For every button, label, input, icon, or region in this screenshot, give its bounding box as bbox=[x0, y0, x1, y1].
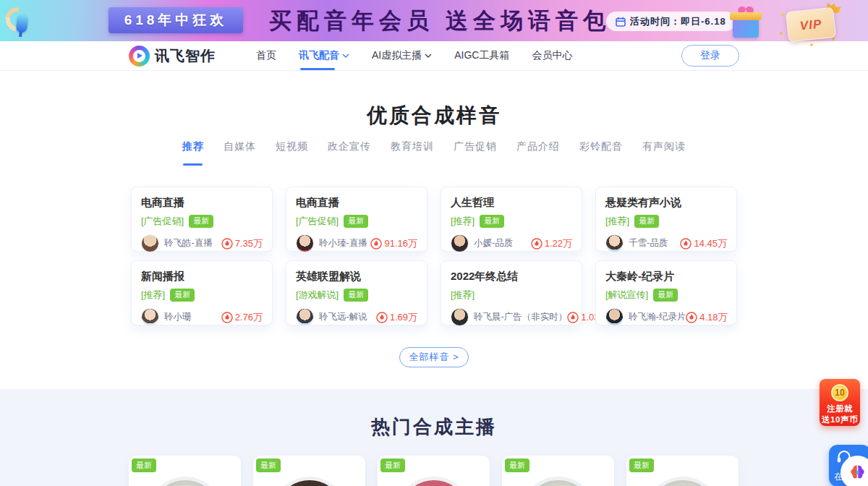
speaker-name: 聆飞晨-广告（非实时） bbox=[474, 311, 567, 323]
fire-icon bbox=[531, 238, 542, 250]
anchor-avatar bbox=[396, 477, 472, 486]
fire-icon bbox=[221, 312, 233, 323]
anchor-card[interactable]: 最新 bbox=[626, 456, 739, 486]
register-gift-float[interactable]: 10 注册就 送10声币 bbox=[820, 379, 860, 426]
sample-title: 悬疑类有声小说 bbox=[605, 196, 727, 210]
coin-icon: 10 bbox=[831, 384, 848, 401]
speaker-avatar bbox=[605, 308, 624, 326]
nav-aigc-tools[interactable]: AIGC工具箱 bbox=[454, 41, 509, 70]
tab-ad-promo[interactable]: 广告促销 bbox=[454, 140, 497, 159]
speaker-avatar bbox=[451, 308, 469, 326]
nav-member-center[interactable]: 会员中心 bbox=[532, 41, 572, 70]
sample-category: [广告促销] bbox=[296, 215, 339, 228]
hot-anchor-cards: 最新 最新 最新 最新 最新 bbox=[129, 456, 739, 486]
brain-icon bbox=[848, 463, 867, 482]
anchor-card[interactable]: 最新 bbox=[502, 456, 614, 486]
speaker-name: 聆小瑧-直播 bbox=[319, 237, 367, 250]
speaker-name: 千雪-品质 bbox=[629, 237, 668, 250]
speaker-avatar bbox=[296, 234, 314, 252]
nav-dubbing[interactable]: 讯飞配音 bbox=[299, 41, 349, 70]
nav-home[interactable]: 首页 bbox=[256, 41, 276, 70]
tab-gov-enterprise[interactable]: 政企宣传 bbox=[328, 140, 371, 159]
tab-short-video[interactable]: 短视频 bbox=[276, 140, 308, 159]
register-gift-line1: 注册就 bbox=[822, 404, 858, 414]
nav-virtual-anchor[interactable]: AI虚拟主播 bbox=[372, 41, 432, 70]
new-badge: 最新 bbox=[132, 459, 156, 472]
sample-card[interactable]: 新闻播报 [推荐] 最新 聆小珊 2.76万 bbox=[131, 260, 273, 325]
speaker-avatar bbox=[296, 308, 314, 326]
sample-cards-grid: 电商直播 [广告促销] 最新 聆飞皓-直播 7.35万 电商直播 [广告促销] … bbox=[131, 187, 737, 325]
brand-logo-icon bbox=[129, 46, 150, 67]
anchor-card[interactable]: 最新 bbox=[378, 456, 490, 486]
tab-recommended[interactable]: 推荐 bbox=[182, 140, 204, 159]
anchor-avatar bbox=[148, 477, 223, 486]
sample-category: [游戏解说] bbox=[296, 289, 339, 302]
ribbon-label: 618年中狂欢 bbox=[124, 11, 228, 30]
sample-card[interactable]: 大秦岭-纪录片 [解说宣传] 最新 聆飞瀚-纪录片 4.18万 bbox=[595, 260, 737, 325]
vip-badge-decoration: VIP bbox=[781, 6, 843, 42]
play-count: 4.18万 bbox=[686, 311, 727, 324]
tab-ringtone[interactable]: 彩铃配音 bbox=[579, 140, 623, 159]
speaker-avatar bbox=[605, 234, 624, 252]
play-count: 1.69万 bbox=[376, 311, 417, 324]
activity-time-label: 活动时间：即日-6.18 bbox=[630, 15, 726, 28]
hot-anchors-title: 热门合成主播 bbox=[0, 417, 868, 437]
sample-card[interactable]: 英雄联盟解说 [游戏解说] 最新 聆飞远-解说 1.69万 bbox=[286, 260, 427, 325]
ai-assistant-bubble[interactable] bbox=[841, 456, 868, 486]
tab-product-intro[interactable]: 产品介绍 bbox=[516, 140, 560, 159]
all-samples-button[interactable]: 全部样音 > bbox=[399, 347, 469, 367]
activity-time-pill: 活动时间：即日-6.18 bbox=[606, 12, 736, 31]
chevron-down-icon bbox=[342, 54, 349, 58]
sample-card[interactable]: 人生哲理 [推荐] 最新 小媛-品质 1.22万 bbox=[441, 187, 582, 252]
sample-title: 电商直播 bbox=[296, 196, 417, 210]
speaker-name: 小媛-品质 bbox=[474, 237, 513, 250]
new-badge: 最新 bbox=[629, 459, 654, 472]
brand-logo[interactable]: 讯飞智作 bbox=[129, 46, 216, 67]
sample-card[interactable]: 2022年终总结 [推荐] 聆飞晨-广告（非实时） 1.03万 bbox=[441, 260, 582, 325]
tab-audiobook[interactable]: 有声阅读 bbox=[642, 140, 686, 159]
hot-anchors-section: 热门合成主播 最新 最新 最新 最新 最新 bbox=[0, 389, 868, 486]
play-count: 2.76万 bbox=[221, 311, 263, 324]
login-button[interactable]: 登录 bbox=[681, 45, 739, 67]
sample-title: 新闻播报 bbox=[141, 270, 263, 284]
samples-section: 优质合成样音 推荐 自媒体 短视频 政企宣传 教育培训 广告促销 产品介绍 彩铃… bbox=[0, 71, 868, 389]
sample-title: 大秦岭-纪录片 bbox=[605, 270, 727, 284]
fire-icon bbox=[376, 312, 388, 323]
sample-title: 2022年终总结 bbox=[451, 270, 572, 284]
sample-category: [解说宣传] bbox=[605, 289, 648, 302]
anchor-avatar bbox=[645, 477, 720, 486]
microphone-decoration bbox=[6, 4, 38, 39]
chevron-down-icon bbox=[425, 54, 432, 58]
play-count: 14.45万 bbox=[680, 237, 727, 250]
anchor-card[interactable]: 最新 bbox=[129, 456, 241, 486]
main-navbar: 讯飞智作 首页 讯飞配音 AI虚拟主播 AIGC工具箱 会员中心 登录 bbox=[0, 41, 868, 71]
play-count: 91.16万 bbox=[370, 237, 417, 250]
promo-banner[interactable]: 618年中狂欢 买配音年会员送全场语音包 活动时间：即日-6.18 VIP bbox=[0, 0, 868, 41]
618-ribbon-badge: 618年中狂欢 bbox=[109, 7, 243, 33]
fire-icon bbox=[680, 238, 692, 250]
sample-card[interactable]: 电商直播 [广告促销] 最新 聆飞皓-直播 7.35万 bbox=[131, 187, 273, 252]
sample-category: [推荐] bbox=[451, 289, 475, 302]
speaker-name: 聆小珊 bbox=[164, 311, 192, 323]
new-badge: 最新 bbox=[634, 215, 659, 227]
new-badge: 最新 bbox=[170, 289, 195, 301]
new-badge: 最新 bbox=[189, 215, 213, 227]
sample-card[interactable]: 悬疑类有声小说 [推荐] 最新 千雪-品质 14.45万 bbox=[595, 187, 737, 252]
samples-title: 优质合成样音 bbox=[0, 101, 868, 130]
new-badge: 最新 bbox=[653, 289, 678, 301]
speaker-name: 聆飞远-解说 bbox=[319, 311, 367, 323]
new-badge: 最新 bbox=[256, 459, 281, 472]
sample-category: [广告促销] bbox=[141, 215, 184, 228]
new-badge: 最新 bbox=[380, 459, 405, 472]
play-count: 1.22万 bbox=[531, 237, 572, 250]
speaker-name: 聆飞瀚-纪录片 bbox=[629, 311, 686, 323]
sample-card[interactable]: 电商直播 [广告促销] 最新 聆小瑧-直播 91.16万 bbox=[286, 187, 427, 252]
new-badge: 最新 bbox=[344, 215, 368, 227]
tab-self-media[interactable]: 自媒体 bbox=[224, 140, 256, 159]
fire-icon bbox=[221, 238, 233, 250]
fire-icon bbox=[567, 312, 579, 323]
tab-education[interactable]: 教育培训 bbox=[391, 140, 434, 159]
new-badge: 最新 bbox=[505, 459, 529, 472]
anchor-card[interactable]: 最新 bbox=[253, 456, 365, 486]
fire-icon bbox=[686, 312, 697, 323]
